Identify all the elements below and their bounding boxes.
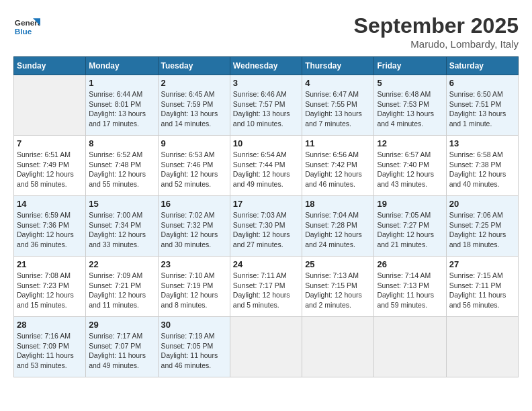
sunrise: Sunrise: 7:05 AM (377, 211, 431, 219)
daylight: Daylight: 12 hours and 8 minutes. (161, 291, 218, 309)
day-info: Sunrise: 7:02 AMSunset: 7:32 PMDaylight:… (161, 210, 227, 250)
day-number: 21 (17, 259, 83, 269)
empty-cell (446, 317, 518, 377)
daylight: Daylight: 13 hours and 4 minutes. (377, 109, 434, 128)
sunset: Sunset: 7:55 PM (305, 100, 357, 108)
daylight: Daylight: 12 hours and 24 minutes. (305, 230, 362, 248)
day-number: 15 (89, 199, 154, 209)
day-number: 20 (449, 199, 515, 209)
header-cell-saturday: Saturday (446, 57, 518, 75)
sunset: Sunset: 7:05 PM (161, 342, 214, 350)
daylight: Daylight: 12 hours and 21 minutes. (377, 230, 434, 248)
daylight: Daylight: 13 hours and 10 minutes. (233, 109, 290, 128)
day-number: 22 (89, 259, 154, 269)
header-cell-wednesday: Wednesday (230, 57, 302, 75)
sunrise: Sunrise: 6:52 AM (89, 150, 142, 158)
day-info: Sunrise: 7:00 AMSunset: 7:34 PMDaylight:… (89, 210, 154, 250)
day-info: Sunrise: 7:08 AMSunset: 7:23 PMDaylight:… (17, 271, 83, 310)
daylight: Daylight: 11 hours and 53 minutes. (17, 351, 74, 369)
daylight: Daylight: 12 hours and 33 minutes. (89, 230, 146, 248)
sunrise: Sunrise: 7:10 AM (161, 271, 215, 279)
day-info: Sunrise: 7:06 AMSunset: 7:25 PMDaylight:… (449, 210, 515, 250)
day-cell-23: 23Sunrise: 7:10 AMSunset: 7:19 PMDayligh… (158, 257, 230, 317)
daylight: Daylight: 12 hours and 46 minutes. (305, 170, 362, 188)
sunrise: Sunrise: 7:02 AM (161, 211, 215, 219)
day-info: Sunrise: 7:13 AMSunset: 7:15 PMDaylight:… (305, 271, 371, 310)
week-row-5: 28Sunrise: 7:16 AMSunset: 7:09 PMDayligh… (14, 317, 519, 377)
day-info: Sunrise: 6:52 AMSunset: 7:48 PMDaylight:… (89, 150, 154, 189)
day-info: Sunrise: 7:14 AMSunset: 7:13 PMDaylight:… (377, 271, 443, 310)
sunrise: Sunrise: 6:53 AM (161, 150, 215, 158)
calendar-body: 1Sunrise: 6:44 AMSunset: 8:01 PMDaylight… (14, 75, 519, 377)
sunset: Sunset: 7:48 PM (89, 161, 141, 169)
sunrise: Sunrise: 6:58 AM (449, 150, 503, 158)
day-cell-12: 12Sunrise: 6:57 AMSunset: 7:40 PMDayligh… (374, 136, 446, 196)
day-cell-27: 27Sunrise: 7:15 AMSunset: 7:11 PMDayligh… (446, 257, 518, 317)
header-cell-thursday: Thursday (302, 57, 374, 75)
daylight: Daylight: 11 hours and 46 minutes. (161, 351, 218, 369)
sunset: Sunset: 7:53 PM (377, 100, 429, 108)
week-row-3: 14Sunrise: 6:59 AMSunset: 7:36 PMDayligh… (14, 196, 519, 257)
day-cell-14: 14Sunrise: 6:59 AMSunset: 7:36 PMDayligh… (14, 196, 86, 257)
sunrise: Sunrise: 7:04 AM (305, 211, 359, 219)
day-cell-5: 5Sunrise: 6:48 AMSunset: 7:53 PMDaylight… (374, 75, 446, 136)
sunrise: Sunrise: 6:46 AM (233, 90, 287, 98)
day-cell-15: 15Sunrise: 7:00 AMSunset: 7:34 PMDayligh… (86, 196, 158, 257)
sunset: Sunset: 8:01 PM (89, 100, 141, 108)
daylight: Daylight: 12 hours and 40 minutes. (449, 170, 506, 188)
sunrise: Sunrise: 6:45 AM (161, 90, 215, 98)
daylight: Daylight: 12 hours and 2 minutes. (305, 291, 362, 309)
sunrise: Sunrise: 6:57 AM (377, 150, 431, 158)
day-cell-21: 21Sunrise: 7:08 AMSunset: 7:23 PMDayligh… (14, 257, 86, 317)
day-cell-3: 3Sunrise: 6:46 AMSunset: 7:57 PMDaylight… (230, 75, 302, 136)
sunset: Sunset: 7:36 PM (17, 221, 69, 229)
day-cell-11: 11Sunrise: 6:56 AMSunset: 7:42 PMDayligh… (302, 136, 374, 196)
day-info: Sunrise: 6:59 AMSunset: 7:36 PMDaylight:… (17, 210, 83, 250)
sunrise: Sunrise: 6:54 AM (233, 150, 287, 158)
day-info: Sunrise: 6:53 AMSunset: 7:46 PMDaylight:… (161, 150, 227, 189)
daylight: Daylight: 12 hours and 52 minutes. (161, 170, 218, 188)
sunrise: Sunrise: 7:13 AM (305, 271, 359, 279)
month-title: September 2025 (354, 13, 519, 38)
sunset: Sunset: 7:49 PM (17, 161, 69, 169)
day-number: 28 (17, 320, 83, 330)
header-cell-monday: Monday (86, 57, 158, 75)
sunset: Sunset: 7:57 PM (233, 100, 285, 108)
header-cell-sunday: Sunday (14, 57, 86, 75)
day-number: 30 (161, 320, 227, 330)
sunset: Sunset: 7:44 PM (233, 161, 285, 169)
sunset: Sunset: 7:23 PM (17, 281, 69, 289)
daylight: Daylight: 12 hours and 43 minutes. (377, 170, 434, 188)
day-cell-1: 1Sunrise: 6:44 AMSunset: 8:01 PMDaylight… (86, 75, 158, 136)
day-cell-28: 28Sunrise: 7:16 AMSunset: 7:09 PMDayligh… (14, 317, 86, 377)
day-number: 3 (233, 78, 299, 88)
sunrise: Sunrise: 7:09 AM (89, 271, 142, 279)
daylight: Daylight: 11 hours and 59 minutes. (377, 291, 434, 309)
day-info: Sunrise: 7:11 AMSunset: 7:17 PMDaylight:… (233, 271, 299, 310)
day-number: 19 (377, 199, 443, 209)
day-info: Sunrise: 6:46 AMSunset: 7:57 PMDaylight:… (233, 89, 299, 129)
day-number: 24 (233, 259, 299, 269)
day-cell-22: 22Sunrise: 7:09 AMSunset: 7:21 PMDayligh… (86, 257, 158, 317)
day-number: 10 (233, 138, 299, 148)
day-info: Sunrise: 7:15 AMSunset: 7:11 PMDaylight:… (449, 271, 515, 310)
day-cell-25: 25Sunrise: 7:13 AMSunset: 7:15 PMDayligh… (302, 257, 374, 317)
sunrise: Sunrise: 7:06 AM (449, 211, 503, 219)
day-cell-29: 29Sunrise: 7:17 AMSunset: 7:07 PMDayligh… (86, 317, 158, 377)
sunset: Sunset: 7:07 PM (89, 342, 141, 350)
day-info: Sunrise: 7:09 AMSunset: 7:21 PMDaylight:… (89, 271, 154, 310)
day-number: 1 (89, 78, 154, 88)
sunset: Sunset: 7:19 PM (161, 281, 214, 289)
day-cell-20: 20Sunrise: 7:06 AMSunset: 7:25 PMDayligh… (446, 196, 518, 257)
day-number: 14 (17, 199, 83, 209)
sunset: Sunset: 7:30 PM (233, 221, 285, 229)
daylight: Daylight: 13 hours and 7 minutes. (305, 109, 362, 128)
day-cell-7: 7Sunrise: 6:51 AMSunset: 7:49 PMDaylight… (14, 136, 86, 196)
day-number: 26 (377, 259, 443, 269)
day-info: Sunrise: 6:50 AMSunset: 7:51 PMDaylight:… (449, 89, 515, 129)
daylight: Daylight: 12 hours and 58 minutes. (17, 170, 74, 188)
week-row-2: 7Sunrise: 6:51 AMSunset: 7:49 PMDaylight… (14, 136, 519, 196)
day-info: Sunrise: 6:51 AMSunset: 7:49 PMDaylight:… (17, 150, 83, 189)
title-block: September 2025 Marudo, Lombardy, Italy (354, 13, 519, 50)
daylight: Daylight: 13 hours and 1 minute. (449, 109, 506, 128)
